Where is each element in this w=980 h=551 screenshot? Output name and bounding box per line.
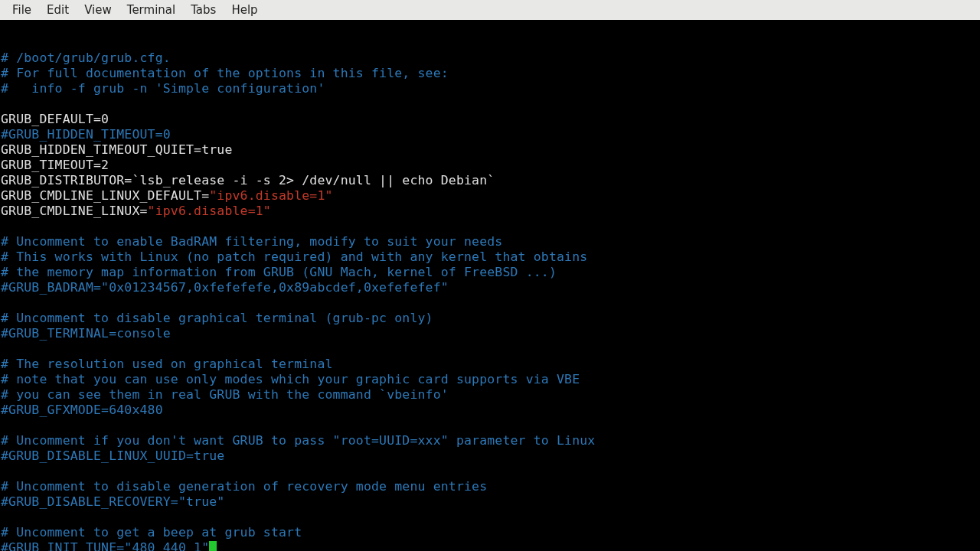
menu-terminal[interactable]: Terminal — [119, 0, 183, 20]
editor-line: GRUB_DISTRIBUTOR=`lsb_release -i -s 2> /… — [1, 173, 980, 188]
editor-line — [1, 464, 980, 479]
code-span-comment: # Uncomment to disable graphical termina… — [1, 311, 433, 325]
editor-line: #GRUB_HIDDEN_TIMEOUT=0 — [1, 127, 980, 142]
code-span-comment: #GRUB_DISABLE_LINUX_UUID=true — [1, 448, 224, 463]
code-span-comment: # Uncomment to enable BadRAM filtering, … — [1, 234, 502, 249]
code-span-comment: # Uncomment to get a beep at grub start — [1, 525, 302, 540]
code-span-string: "ipv6.disable=1" — [148, 204, 271, 218]
menu-tabs[interactable]: Tabs — [183, 0, 224, 20]
code-span-comment: # The resolution used on graphical termi… — [1, 357, 333, 371]
editor-line: # This works with Linux (no patch requir… — [1, 249, 980, 265]
editor-line: # Uncomment to disable generation of rec… — [1, 479, 980, 494]
code-span-normal: GRUB_TIMEOUT=2 — [1, 158, 109, 172]
editor-line: # The resolution used on graphical termi… — [1, 357, 980, 372]
editor-line — [1, 418, 980, 433]
code-span-comment: # Uncomment if you don't want GRUB to pa… — [1, 433, 595, 448]
editor-line — [1, 341, 980, 357]
editor-line: #GRUB_DISABLE_LINUX_UUID=true — [1, 448, 980, 464]
code-span-comment: # For full documentation of the options … — [1, 66, 449, 80]
editor-line — [1, 295, 980, 311]
editor-line: GRUB_CMDLINE_LINUX="ipv6.disable=1" — [1, 204, 980, 219]
terminal-editor[interactable]: # /boot/grub/grub.cfg.# For full documen… — [0, 20, 980, 551]
code-span-comment: # the memory map information from GRUB (… — [1, 265, 557, 279]
editor-line: # you can see them in real GRUB with the… — [1, 387, 980, 403]
editor-line — [1, 96, 980, 112]
editor-line: # note that you can use only modes which… — [1, 372, 980, 387]
editor-line: # Uncomment to disable graphical termina… — [1, 311, 980, 326]
code-span-comment: #GRUB_BADRAM="0x01234567,0xfefefefe,0x89… — [1, 280, 449, 295]
code-span-normal: GRUB_DEFAULT=0 — [1, 112, 109, 126]
editor-line: #GRUB_BADRAM="0x01234567,0xfefefefe,0x89… — [1, 280, 980, 295]
editor-line — [1, 219, 980, 234]
menu-edit[interactable]: Edit — [39, 0, 77, 20]
menu-help[interactable]: Help — [224, 0, 265, 20]
code-span-comment: # Uncomment to disable generation of rec… — [1, 479, 487, 494]
code-span-normal: GRUB_DISTRIBUTOR=`lsb_release -i -s 2> /… — [1, 173, 495, 187]
editor-line: GRUB_HIDDEN_TIMEOUT_QUIET=true — [1, 142, 980, 158]
editor-line: # For full documentation of the options … — [1, 66, 980, 81]
editor-line: #GRUB_DISABLE_RECOVERY="true" — [1, 494, 980, 510]
editor-line: # Uncomment to enable BadRAM filtering, … — [1, 234, 980, 249]
code-span-comment: # This works with Linux (no patch requir… — [1, 249, 587, 264]
editor-line: GRUB_CMDLINE_LINUX_DEFAULT="ipv6.disable… — [1, 188, 980, 204]
code-span-comment: #GRUB_GFXMODE=640x480 — [1, 403, 163, 417]
menu-file[interactable]: File — [5, 0, 39, 20]
code-span-comment: #GRUB_DISABLE_RECOVERY="true" — [1, 494, 224, 509]
editor-line: # info -f grub -n 'Simple configuration' — [1, 81, 980, 96]
menu-view[interactable]: View — [77, 0, 119, 20]
editor-line: # /boot/grub/grub.cfg. — [1, 51, 980, 66]
code-span-normal: GRUB_HIDDEN_TIMEOUT_QUIET=true — [1, 142, 233, 157]
code-span-comment: #GRUB_INIT_TUNE="480 440 1" — [1, 540, 209, 551]
code-span-normal: GRUB_CMDLINE_LINUX= — [1, 204, 148, 218]
code-span-comment: #GRUB_HIDDEN_TIMEOUT=0 — [1, 127, 171, 142]
code-span-comment: # info -f grub -n 'Simple configuration' — [1, 81, 325, 96]
editor-line: # Uncomment if you don't want GRUB to pa… — [1, 433, 980, 448]
editor-line: GRUB_DEFAULT=0 — [1, 112, 980, 127]
code-span-comment: # note that you can use only modes which… — [1, 372, 580, 386]
code-span-comment: #GRUB_TERMINAL=console — [1, 326, 171, 341]
text-cursor — [209, 541, 217, 551]
code-span-comment: # you can see them in real GRUB with the… — [1, 387, 449, 402]
code-span-normal: GRUB_CMDLINE_LINUX_DEFAULT= — [1, 188, 209, 203]
editor-line: #GRUB_TERMINAL=console — [1, 326, 980, 341]
menubar: File Edit View Terminal Tabs Help — [0, 0, 980, 20]
editor-line — [1, 510, 980, 525]
editor-line: GRUB_TIMEOUT=2 — [1, 158, 980, 173]
code-span-string: "ipv6.disable=1" — [209, 188, 332, 203]
editor-line: # Uncomment to get a beep at grub start — [1, 525, 980, 540]
code-span-comment: # /boot/grub/grub.cfg. — [1, 51, 171, 65]
editor-line: #GRUB_GFXMODE=640x480 — [1, 403, 980, 418]
editor-line: #GRUB_INIT_TUNE="480 440 1" — [1, 540, 980, 551]
editor-line: # the memory map information from GRUB (… — [1, 265, 980, 280]
